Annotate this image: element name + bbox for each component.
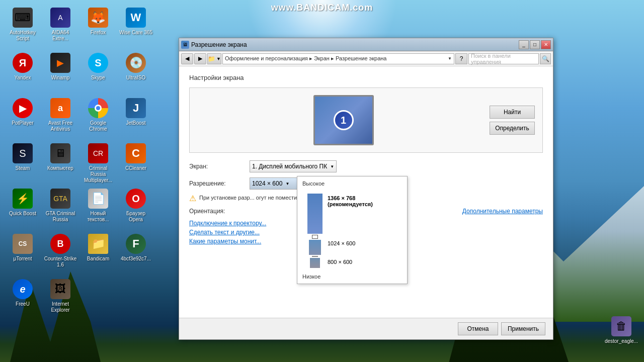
icon-firefox[interactable]: 🦊 Firefox (80, 5, 116, 50)
icon-opera[interactable]: O Браузер Opera (118, 186, 153, 231)
yandex-icon: Я (13, 53, 33, 73)
monitor-area: 1 Найти Определить (189, 87, 543, 153)
icon-bandicam-label: Counter-Strike 1.6 (43, 256, 77, 268)
copy-icon: 🗑 (611, 316, 631, 336)
cs-icon: CS (13, 234, 33, 254)
resolution-select-value: 1024 × 600 (252, 180, 282, 187)
close-button[interactable]: ✕ (541, 40, 551, 49)
icon-gta[interactable]: GTA GTA Criminal Russia (43, 186, 78, 231)
forward-button[interactable]: ▶ (194, 53, 206, 64)
icon-criminal[interactable]: CR Criminal Russia Multiplayer... (80, 141, 116, 186)
icon-firefox-label: Firefox (91, 30, 106, 36)
path-dropdown-arrow[interactable]: ▼ (448, 56, 452, 61)
folder-icon: 📁 (88, 234, 108, 254)
screen-label: Экран: (189, 163, 250, 170)
bandicam-watermark: www.BANDICAM.com (271, 3, 373, 13)
back-button[interactable]: ◀ (181, 53, 193, 64)
icon-comp[interactable]: 🖥 Компьютер (43, 141, 78, 186)
icon-copy[interactable]: 🗑 destor_eagle... (604, 314, 639, 344)
apply-button[interactable]: Применить (501, 322, 545, 335)
detect-button[interactable]: Определить (490, 122, 535, 135)
icon-avast[interactable]: a Avast Free Antivirus (43, 96, 78, 141)
monitor-buttons: Найти Определить (490, 106, 535, 135)
icon-jetboost-label: JetBoost (126, 120, 146, 126)
icon-comp-label: Компьютер (47, 165, 73, 171)
slider-labels: 1366 × 768 (рекомендуется) 1024 × 600 80… (328, 191, 397, 269)
ahk-icon: ⌨ (13, 8, 33, 28)
icon-ahk[interactable]: ⌨ AutoHotkey Script (5, 5, 40, 50)
icon-potplayer[interactable]: ▶ PotPlayer (5, 96, 40, 141)
find-button[interactable]: Найти (490, 106, 535, 119)
icon-yandex[interactable]: Я Yandex (5, 50, 40, 96)
icon-winamp[interactable]: ▶ Winamp (43, 50, 78, 96)
icon-ie[interactable]: e FreeU (5, 277, 40, 322)
resolution-label: Разрешение: (189, 180, 250, 187)
icon-ultraiso[interactable]: 💿 UltraISO (118, 50, 153, 96)
icon-cs[interactable]: CS µTorrent (5, 231, 40, 277)
icon-chrome-label: Google Chrome (81, 120, 115, 132)
icon-freeu[interactable]: F 4bcf3e92c7... (118, 231, 153, 277)
resolution-dropdown-overlay: Высокое 1366 × 768 (рекомендуется) 1024 (297, 176, 408, 284)
desktop: www.BANDICAM.com ⌨ AutoHotkey Script A A… (0, 0, 644, 362)
folder-nav-btn[interactable]: 📁▼ (207, 53, 221, 64)
monitor-image: 1 (313, 95, 374, 145)
screen-select[interactable]: 1. Дисплей мобильного ПК ▼ (250, 160, 337, 172)
orientation-label: Ориентация: (189, 208, 250, 215)
slider-spacer2 (328, 250, 397, 255)
icon-ccleaner[interactable]: C CCleaner (118, 141, 153, 186)
low-entry-label: 800 × 600 (328, 259, 397, 265)
recommended-label: 1366 × 768 (рекомендуется) (328, 195, 397, 207)
icon-cs-label: µTorrent (14, 256, 32, 262)
slider-high-label: Высокое (302, 180, 402, 187)
slider-area: 1366 × 768 (рекомендуется) 1024 × 600 80… (302, 189, 402, 272)
window-icon: 🖥 (181, 41, 189, 49)
criminal-icon: CR (88, 143, 108, 163)
aida-icon: A (50, 8, 70, 28)
winamp-icon: ▶ (50, 53, 70, 73)
minimize-button[interactable]: _ (519, 40, 529, 49)
icon-bandicam[interactable]: B Counter-Strike 1.6 (43, 231, 78, 277)
icon-desktop2[interactable]: 🖼 Internet Explorer (43, 277, 78, 322)
slider-handle[interactable] (312, 235, 318, 239)
chrome-icon (88, 98, 108, 118)
icon-folder-label: Bandicam (87, 256, 109, 262)
desktop-icons: ⌨ AutoHotkey Script A AIDA64 Extre... 🦊 … (5, 5, 156, 322)
icon-wisecare-label: Wise Care 365 (119, 30, 152, 36)
icon-steam[interactable]: S Steam (5, 141, 40, 186)
icon-folder[interactable]: 📁 Bandicam (80, 231, 116, 277)
icon-avast-label: Avast Free Antivirus (43, 120, 77, 132)
slider-track (307, 191, 323, 269)
icon-wisecare[interactable]: W Wise Care 365 (118, 5, 153, 50)
icon-aida[interactable]: A AIDA64 Extre... (43, 5, 78, 50)
monitor-display-area: 1 (197, 95, 490, 145)
icon-steam-label: Steam (16, 165, 30, 171)
help-button[interactable]: ? (455, 53, 467, 64)
search-button[interactable]: 🔍 (540, 53, 551, 64)
icon-ccleaner-label: CCleaner (125, 165, 146, 171)
icon-skype[interactable]: S Skype (80, 50, 116, 96)
window-title: Разрешение экрана (191, 41, 519, 48)
window-titlebar: 🖥 Разрешение экрана _ □ ✕ (179, 38, 553, 51)
icon-quickboost[interactable]: ⚡ Quick Boost (5, 186, 40, 231)
screen-row: Экран: 1. Дисплей мобильного ПК ▼ (189, 160, 543, 172)
icon-ie-label: FreeU (16, 301, 30, 307)
slider-low-label: Низкое (302, 274, 402, 280)
advanced-link[interactable]: Дополнительные параметры (462, 208, 543, 215)
slider-bar-mid (309, 240, 321, 255)
wisecare-icon: W (126, 8, 146, 28)
cancel-button[interactable]: Отмена (458, 322, 498, 335)
freeu-icon: F (126, 234, 146, 254)
screen-dropdown-arrow: ▼ (330, 164, 334, 169)
icon-jetboost[interactable]: J JetBoost (118, 96, 153, 141)
toolbar-path: Оформление и персонализация ▸ Экран ▸ Ра… (222, 53, 454, 64)
slider-bar-recommended (307, 194, 323, 234)
toolbar-search-box[interactable]: Поиск в панели управления (468, 53, 539, 64)
desktop2-icon: 🖼 (50, 279, 70, 299)
icon-gta-label: GTA Criminal Russia (43, 211, 77, 223)
icon-notepad[interactable]: 📄 Новый текстов... (80, 186, 116, 231)
mid-label: 1024 × 600 (328, 240, 397, 246)
maximize-button[interactable]: □ (530, 40, 540, 49)
icon-yandex-label: Yandex (14, 75, 31, 81)
window-controls: _ □ ✕ (519, 40, 551, 49)
icon-chrome[interactable]: Google Chrome (80, 96, 116, 141)
